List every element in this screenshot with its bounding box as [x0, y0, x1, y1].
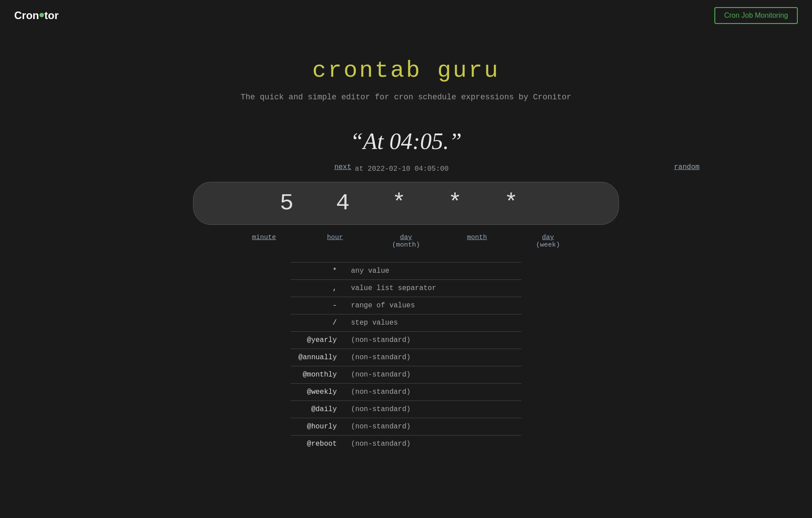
logo-cron: Cron [14, 9, 39, 22]
ref-description: (non-standard) [344, 418, 521, 436]
page-title: crontab guru [312, 58, 500, 84]
ref-description: (non-standard) [344, 366, 521, 384]
cron-expression-display[interactable]: 5 4 * * * [193, 182, 619, 225]
field-labels: minute hour day (month) month day (week) [193, 234, 619, 249]
ref-symbol: @hourly [291, 418, 344, 436]
ref-symbol: , [291, 280, 344, 297]
ref-description: (non-standard) [344, 384, 521, 401]
ref-description: step values [344, 314, 521, 332]
table-row: ,value list separator [291, 280, 521, 297]
logo: Crontor [14, 9, 59, 22]
table-row: @reboot(non-standard) [291, 436, 521, 453]
quote-section: “At 04:05.” [350, 128, 461, 154]
field-hour: hour [300, 234, 371, 249]
next-link[interactable]: next [334, 163, 351, 171]
field-day-week-sub: (week) [512, 241, 583, 249]
random-link[interactable]: random [674, 163, 700, 171]
field-hour-link[interactable]: hour [327, 234, 343, 241]
logo-tor: tor [44, 9, 59, 22]
table-row: @annually(non-standard) [291, 349, 521, 366]
field-day-week: day (week) [512, 234, 583, 249]
ref-description: range of values [344, 297, 521, 314]
table-row: *any value [291, 263, 521, 280]
ref-symbol: @monthly [291, 366, 344, 384]
field-day-month-sub: (month) [371, 241, 441, 249]
logo-wordmark: Crontor [14, 9, 59, 22]
ref-symbol: / [291, 314, 344, 332]
field-month-link[interactable]: month [467, 234, 487, 241]
ref-description: (non-standard) [344, 401, 521, 418]
field-minute-link[interactable]: minute [252, 234, 276, 241]
cron-input-container: 5 4 * * * [193, 182, 619, 225]
field-minute: minute [229, 234, 300, 249]
ref-symbol: @daily [291, 401, 344, 418]
ref-description: value list separator [344, 280, 521, 297]
ref-symbol: @yearly [291, 332, 344, 349]
header: Crontor Cron Job Monitoring [0, 0, 812, 31]
table-row: @yearly(non-standard) [291, 332, 521, 349]
logo-dot [39, 13, 44, 17]
next-container: next at 2022-02-10 04:05:00 random [193, 161, 619, 173]
ref-description: (non-standard) [344, 349, 521, 366]
ref-symbol: * [291, 263, 344, 280]
ref-symbol: @weekly [291, 384, 344, 401]
ref-symbol: - [291, 297, 344, 314]
ref-description: (non-standard) [344, 436, 521, 453]
field-day-month-link[interactable]: day [400, 234, 412, 241]
reference-table: *any value,value list separator-range of… [291, 262, 521, 452]
quote-text: “At 04:05.” [350, 128, 461, 154]
subtitle: The quick and simple editor for cron sch… [240, 93, 571, 102]
table-row: @daily(non-standard) [291, 401, 521, 418]
field-day-month: day (month) [371, 234, 441, 249]
table-row: @monthly(non-standard) [291, 366, 521, 384]
main-content: crontab guru The quick and simple editor… [0, 31, 812, 452]
table-row: /step values [291, 314, 521, 332]
field-day-week-link[interactable]: day [542, 234, 554, 241]
ref-symbol: @reboot [291, 436, 344, 453]
next-datetime: at 2022-02-10 04:05:00 [355, 165, 449, 173]
cron-job-monitoring-button[interactable]: Cron Job Monitoring [714, 7, 798, 24]
field-month: month [441, 234, 512, 249]
table-row: @weekly(non-standard) [291, 384, 521, 401]
ref-description: (non-standard) [344, 332, 521, 349]
ref-description: any value [344, 263, 521, 280]
table-row: -range of values [291, 297, 521, 314]
ref-symbol: @annually [291, 349, 344, 366]
table-row: @hourly(non-standard) [291, 418, 521, 436]
